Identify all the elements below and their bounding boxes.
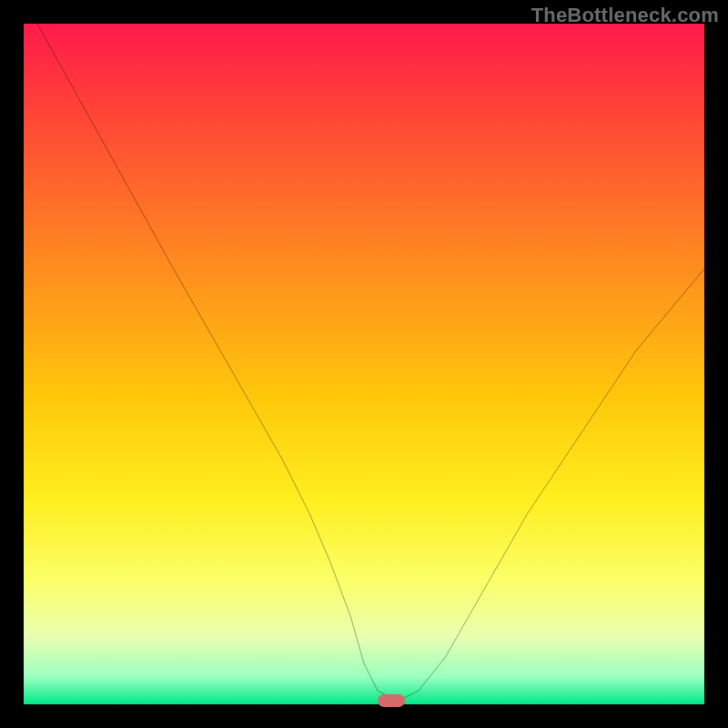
bottleneck-marker: [378, 694, 405, 707]
attribution-text: TheBottleneck.com: [531, 4, 719, 27]
chart-frame: TheBottleneck.com: [0, 0, 728, 728]
plot-area: [24, 24, 704, 704]
bottleneck-curve: [24, 24, 704, 704]
